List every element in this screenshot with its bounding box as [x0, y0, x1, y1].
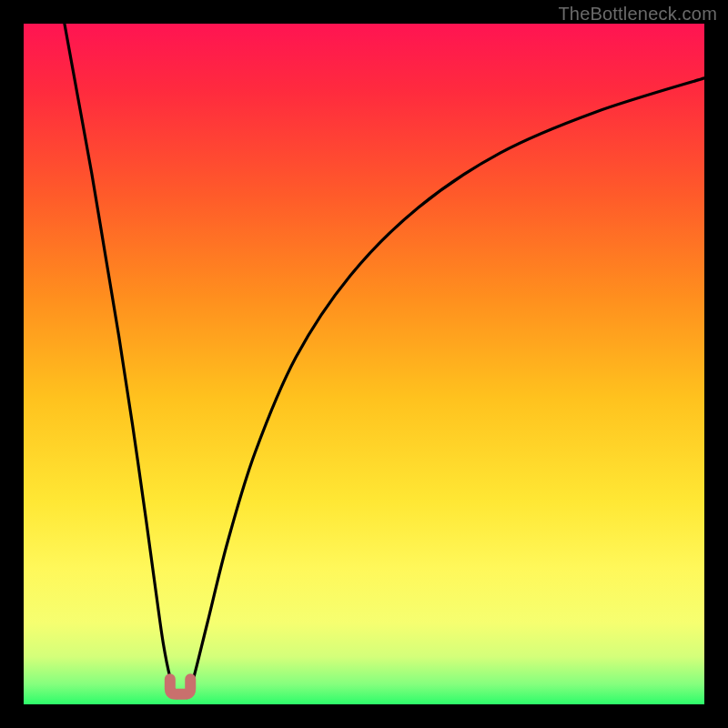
curve-left-branch — [65, 24, 177, 698]
plot-area — [24, 24, 704, 704]
curves-layer — [24, 24, 704, 704]
chart-frame: TheBottleneck.com — [0, 0, 728, 728]
watermark-text: TheBottleneck.com — [558, 4, 717, 25]
curve-right-branch — [187, 78, 704, 698]
bottleneck-marker — [170, 679, 190, 693]
